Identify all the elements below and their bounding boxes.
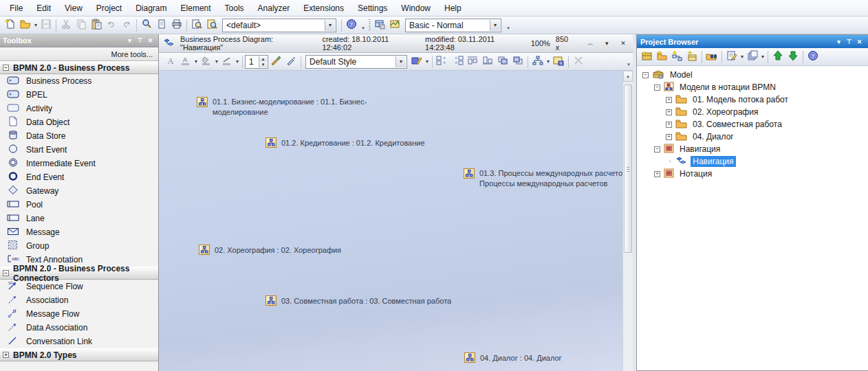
menu-settings[interactable]: Settings xyxy=(351,1,394,15)
line-width-stepper[interactable]: 1 ▲▼ xyxy=(245,55,268,69)
print-button[interactable] xyxy=(169,18,184,33)
tool-sequence-flow[interactable]: SFSequence Flow xyxy=(0,280,158,293)
save-style-button[interactable] xyxy=(409,54,424,69)
toolbox-section-types[interactable]: BPMN 2.0 Types xyxy=(0,348,158,361)
document-view-button[interactable] xyxy=(154,18,169,33)
collapse-tab-icon[interactable]: ︿ xyxy=(585,38,596,49)
move-down-button[interactable] xyxy=(785,49,801,65)
find-button[interactable] xyxy=(139,18,154,33)
tool-end-event[interactable]: End Event xyxy=(0,170,158,184)
fill-color-button[interactable] xyxy=(199,54,214,69)
expand-icon[interactable] xyxy=(3,352,9,358)
help-button[interactable]: ? xyxy=(805,49,821,65)
auto-layout-button[interactable] xyxy=(530,54,545,69)
profile-combobox[interactable]: <default> ▾ xyxy=(222,19,336,32)
menu-window[interactable]: Window xyxy=(394,1,437,15)
edit-document-button[interactable] xyxy=(724,49,739,65)
image-search-button[interactable] xyxy=(204,18,219,33)
expand-icon[interactable] xyxy=(666,97,672,103)
new-package-button[interactable] xyxy=(654,49,669,65)
toolbar-overflow-button[interactable]: ▾ xyxy=(359,19,367,32)
new-model-button[interactable] xyxy=(639,49,654,65)
close-icon[interactable]: ✕ xyxy=(854,37,865,47)
send-backward-button[interactable] xyxy=(510,54,525,69)
copy-style-button[interactable] xyxy=(283,54,299,69)
canvas-element-02[interactable]: 02. Хореография : 02. Хореография xyxy=(199,245,341,256)
align-left-button[interactable]: ++ xyxy=(435,54,450,69)
copy-layers-dropdown[interactable]: ▾ xyxy=(760,54,766,60)
undo-button[interactable] xyxy=(104,18,119,33)
expand-icon[interactable] xyxy=(666,134,672,140)
panel-menu-icon[interactable]: ▾ xyxy=(834,37,844,47)
new-diagram-button[interactable] xyxy=(669,49,684,65)
canvas-element-01-3[interactable]: 01.3. Процессы международных расчетов : … xyxy=(464,168,622,189)
delete-button[interactable] xyxy=(571,54,586,69)
collapse-icon[interactable] xyxy=(3,270,9,276)
visual-style-button[interactable] xyxy=(387,18,402,33)
open-button[interactable] xyxy=(18,18,33,33)
toolbar-overflow-button[interactable]: ▾ xyxy=(504,19,512,32)
diagram-properties-button[interactable] xyxy=(551,54,566,69)
new-file-button[interactable] xyxy=(3,18,18,33)
tool-pool[interactable]: Pool xyxy=(0,198,158,212)
tool-group[interactable]: Group xyxy=(0,239,158,253)
tree-row-choreography[interactable]: 02. Хореография xyxy=(637,106,868,118)
tool-bpel[interactable]: BPEL xyxy=(0,88,158,102)
close-icon[interactable]: ✕ xyxy=(618,38,629,49)
expand-icon[interactable] xyxy=(654,171,660,177)
menu-file[interactable]: File xyxy=(3,1,30,15)
canvas-element-03[interactable]: 03. Совместная работа : 03. Совместная р… xyxy=(265,295,451,307)
tool-gateway[interactable]: Gateway xyxy=(0,184,158,198)
menu-help[interactable]: Help xyxy=(437,1,468,15)
style-combobox[interactable]: Default Style ▾ xyxy=(305,55,407,69)
close-icon[interactable]: ✕ xyxy=(145,36,155,45)
tool-start-event[interactable]: Start Event xyxy=(0,143,158,157)
workspace-layout-button[interactable] xyxy=(372,18,387,33)
menu-extensions[interactable]: Extensions xyxy=(296,1,351,15)
new-element-button[interactable] xyxy=(684,49,699,65)
tool-data-store[interactable]: Data Store xyxy=(0,129,158,143)
tab-list-icon[interactable]: ▾ xyxy=(601,38,612,49)
save-style-dropdown[interactable]: ▾ xyxy=(424,58,430,65)
tool-activity[interactable]: Activity xyxy=(0,102,158,115)
tree-row-navigation-diagram[interactable]: ⌎ Навигация xyxy=(637,155,868,168)
tree-row-model[interactable]: Model xyxy=(637,69,868,81)
scrollbar-thumb[interactable] xyxy=(624,85,632,253)
copy-layers-button[interactable] xyxy=(745,49,760,65)
redo-button[interactable] xyxy=(119,18,134,33)
toolbar-overflow-button[interactable]: ▾ xyxy=(625,55,633,69)
line-color-dropdown[interactable]: ▾ xyxy=(235,58,240,65)
font-color-button[interactable]: A xyxy=(178,54,193,69)
model-search-button[interactable] xyxy=(189,18,204,33)
tree-row-dialog[interactable]: 04. Диалог xyxy=(637,131,868,143)
toolbox-section-connectors[interactable]: BPMN 2.0 - Business Process Connectors xyxy=(0,267,158,280)
tree-row-bpmn-models[interactable]: Модели в нотации BPMN xyxy=(637,81,868,93)
fill-color-dropdown[interactable]: ▾ xyxy=(214,58,219,65)
diagram-title-bar[interactable]: Business Process Diagram: "Навигация" cr… xyxy=(159,34,633,53)
font-color-dropdown[interactable]: ▾ xyxy=(193,58,199,65)
tool-business-process[interactable]: Business Process xyxy=(0,74,158,88)
collapse-icon[interactable] xyxy=(642,72,649,78)
chevron-down-icon[interactable]: ▾ xyxy=(395,56,406,67)
move-up-button[interactable] xyxy=(770,49,785,65)
tool-message-flow[interactable]: Message Flow xyxy=(0,307,158,321)
panel-menu-icon[interactable]: ▾ xyxy=(124,36,135,45)
menu-view[interactable]: View xyxy=(58,1,89,15)
tool-conversation-link[interactable]: Conversation Link xyxy=(0,335,158,348)
collapse-icon[interactable] xyxy=(654,85,660,91)
tool-lane[interactable]: Lane xyxy=(0,212,158,225)
expand-icon[interactable] xyxy=(666,109,672,115)
tool-association[interactable]: Association xyxy=(0,293,158,307)
collapse-icon[interactable] xyxy=(654,146,660,153)
pin-icon[interactable]: ⊤ xyxy=(135,36,145,45)
cut-button[interactable] xyxy=(58,18,74,33)
tree-row-navigation-package[interactable]: Навигация xyxy=(637,143,868,155)
find-in-browser-button[interactable] xyxy=(704,49,719,65)
align-right-button[interactable]: ++ xyxy=(450,54,465,69)
line-color-button[interactable] xyxy=(219,54,235,69)
menu-edit[interactable]: Edit xyxy=(30,1,58,15)
menu-tools[interactable]: Tools xyxy=(218,1,251,15)
spin-down-icon[interactable]: ▼ xyxy=(259,62,267,67)
canvas-element-01-1[interactable]: 01.1. Бизнес-моделирование : 01.1. Бизне… xyxy=(197,97,367,117)
align-top-button[interactable] xyxy=(465,54,480,69)
